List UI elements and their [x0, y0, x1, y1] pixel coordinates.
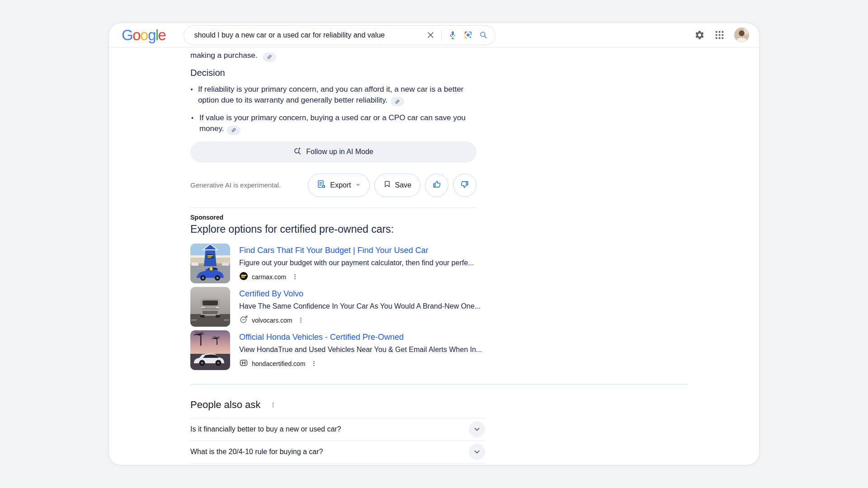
people-also-ask-header: People also ask — [190, 399, 759, 411]
people-also-ask-menu-icon[interactable] — [270, 402, 276, 408]
search-icon[interactable] — [479, 31, 488, 39]
ad-row: Official Honda Vehicles - Certified Pre-… — [190, 330, 759, 370]
source-link-chip[interactable] — [263, 52, 276, 62]
bullet-marker: • — [190, 84, 193, 107]
expand-chevron-icon[interactable] — [469, 421, 485, 437]
ad-menu-icon[interactable] — [297, 317, 304, 324]
ad-content: Certified By Volvo Have The Same Confide… — [239, 287, 481, 327]
save-label: Save — [395, 181, 411, 189]
ad-meta: volvocars.com — [239, 315, 481, 326]
paa-question-text: Is it financially better to buy a new or… — [190, 425, 341, 433]
follow-up-label: Follow up in AI Mode — [306, 148, 373, 156]
decision-heading: Decision — [190, 68, 476, 78]
ai-overview-paragraph: making a purchase. — [190, 50, 476, 62]
logo-letter: o — [140, 27, 148, 44]
export-button[interactable]: Export — [308, 174, 369, 197]
thumbs-up-button[interactable] — [425, 174, 448, 197]
paa-question-text: What is the 20/4-10 rule for buying a ca… — [190, 448, 323, 456]
thumbs-down-icon — [460, 179, 470, 191]
results-column: making a purchase. Decision • If reliabi… — [109, 47, 759, 464]
lens-icon[interactable] — [464, 31, 472, 39]
decision-bullets: • If reliability is your primary concern… — [190, 84, 476, 135]
ad-row: Certified By Volvo Have The Same Confide… — [190, 287, 759, 327]
carmax-favicon — [239, 272, 248, 282]
honda-favicon — [239, 358, 248, 369]
ad-meta: hondacertified.com — [239, 358, 482, 369]
logo-letter: G — [122, 27, 132, 44]
people-also-ask-heading: People also ask — [190, 399, 260, 411]
ad-meta: carmax.com — [239, 272, 474, 282]
bookmark-icon — [383, 180, 391, 190]
bullet-text: If value is your primary concern, buying… — [199, 113, 476, 135]
ad-domain: volvocars.com — [252, 317, 292, 324]
source-link-chip[interactable] — [227, 126, 241, 135]
ai-overview-section: making a purchase. Decision • If reliabi… — [190, 50, 476, 197]
top-right-controls — [694, 28, 749, 42]
ad-domain: hondacertified.com — [252, 360, 305, 367]
ad-title-link[interactable]: Find Cars That Fit Your Budget | Find Yo… — [239, 245, 474, 256]
follow-up-ai-mode-button[interactable]: Follow up in AI Mode — [190, 141, 476, 163]
sponsored-section: Sponsored Explore options for certified … — [190, 214, 759, 370]
ads-list: Find Cars That Fit Your Budget | Find Yo… — [190, 244, 759, 370]
ai-overview-text: making a purchase. — [190, 51, 257, 60]
clear-search-icon[interactable] — [427, 31, 434, 39]
ad-thumbnail-honda-car[interactable] — [190, 330, 230, 370]
chevron-down-icon — [355, 181, 361, 189]
profile-avatar[interactable] — [734, 28, 749, 42]
people-also-ask-section: People also ask Is it financially better… — [190, 399, 759, 464]
export-icon — [317, 180, 326, 191]
bullet-item: • If value is your primary concern, buyi… — [190, 113, 476, 135]
section-divider — [190, 207, 476, 208]
bullet-marker: • — [190, 113, 194, 135]
search-box[interactable]: should I buy a new car or a used car for… — [184, 25, 495, 45]
ad-thumbnail-carmax-storefront[interactable] — [190, 244, 230, 283]
search-input[interactable]: should I buy a new car or a used car for… — [194, 31, 427, 39]
thumbs-up-icon — [432, 179, 442, 191]
volvo-favicon — [239, 315, 248, 326]
ad-content: Find Cars That Fit Your Budget | Find Yo… — [239, 244, 474, 283]
ad-menu-icon[interactable] — [311, 360, 317, 367]
voice-search-icon[interactable] — [448, 31, 457, 39]
ad-content: Official Honda Vehicles - Certified Pre-… — [239, 330, 482, 370]
paa-question-row[interactable]: What is the 20/4-10 rule for buying a ca… — [190, 441, 485, 464]
bullet-item: • If reliability is your primary concern… — [190, 84, 476, 107]
paa-question-row[interactable]: Is it financially better to buy a new or… — [190, 418, 485, 441]
logo-letter: g — [148, 27, 156, 44]
logo-letter: o — [132, 27, 140, 44]
save-button[interactable]: Save — [374, 174, 420, 197]
ad-title-link[interactable]: Certified By Volvo — [239, 289, 481, 299]
search-box-icons — [427, 30, 488, 41]
ad-description: View HondaTrue and Used Vehicles Near Yo… — [239, 345, 482, 355]
google-logo[interactable]: G o o g l e — [122, 27, 165, 44]
generative-ai-disclaimer: Generative AI is experimental. — [190, 181, 281, 189]
results-divider — [190, 384, 688, 385]
ad-menu-icon[interactable] — [292, 273, 298, 280]
logo-letter: e — [158, 27, 166, 44]
ad-row: Find Cars That Fit Your Budget | Find Yo… — [190, 244, 759, 283]
search-divider — [441, 30, 442, 41]
source-link-chip[interactable] — [391, 97, 404, 106]
ad-title-link[interactable]: Official Honda Vehicles - Certified Pre-… — [239, 332, 482, 343]
sponsored-heading: Explore options for certified pre-owned … — [190, 223, 759, 235]
sponsored-label: Sponsored — [190, 214, 759, 221]
bullet-text: If reliability is your primary concern, … — [198, 84, 476, 107]
action-buttons: Export Save — [308, 174, 476, 197]
ad-domain: carmax.com — [252, 273, 286, 281]
settings-gear-icon[interactable] — [694, 30, 705, 40]
export-label: Export — [330, 181, 351, 189]
thumbs-down-button[interactable] — [453, 174, 476, 197]
apps-grid-icon[interactable] — [715, 30, 724, 40]
ad-thumbnail-volvo-suv[interactable] — [190, 287, 230, 327]
search-results-card: G o o g l e should I buy a new car or a … — [108, 23, 760, 465]
ad-description: Have The Same Confidence In Your Car As … — [239, 301, 481, 311]
expand-chevron-icon[interactable] — [469, 444, 485, 460]
people-also-ask-list: Is it financially better to buy a new or… — [190, 418, 485, 464]
ad-description: Figure out your budget with our payment … — [239, 258, 474, 268]
top-bar: G o o g l e should I buy a new car or a … — [109, 23, 759, 47]
ai-mode-icon — [293, 147, 302, 157]
ai-actions-row: Generative AI is experimental. Export — [190, 174, 476, 197]
